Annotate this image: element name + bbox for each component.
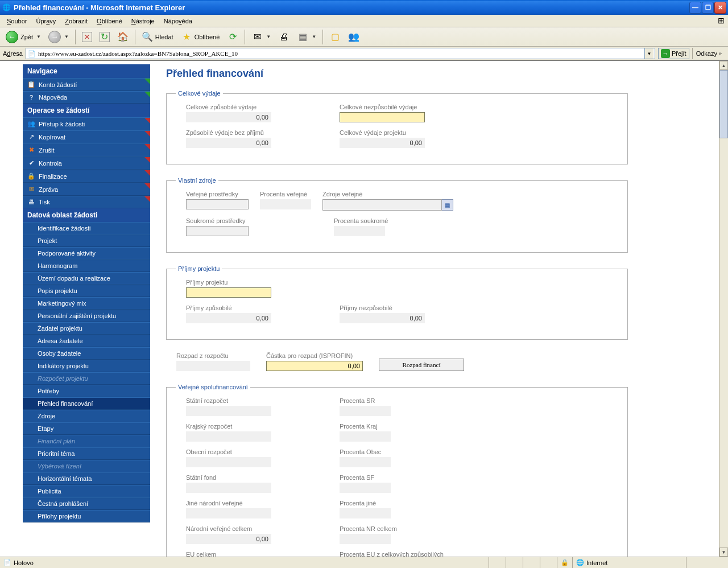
home-button[interactable]: 🏠: [114, 30, 131, 44]
address-dropdown[interactable]: ▼: [644, 48, 653, 59]
restore-button[interactable]: ❐: [702, 2, 714, 14]
ie-icon: 🌐: [2, 3, 11, 12]
menu-napoveda[interactable]: Nápověda: [159, 17, 197, 26]
window-title: Přehled financování - Microsoft Internet…: [14, 3, 689, 12]
menu-zobrazit[interactable]: Zobrazit: [60, 17, 92, 26]
menubar: Soubor Úpravy Zobrazit Oblíbené Nástroje…: [0, 15, 728, 27]
forward-button[interactable]: →▼: [46, 29, 72, 45]
edit-button[interactable]: ▤▼: [294, 30, 319, 44]
history-button[interactable]: ⟳: [224, 30, 241, 44]
address-bar: Adresa 📄 ▼ →Přejít Odkazy»: [0, 47, 728, 60]
favorites-button[interactable]: ★Oblíbené: [178, 30, 223, 44]
links-toolbar[interactable]: Odkazy»: [692, 48, 725, 59]
menu-soubor[interactable]: Soubor: [2, 17, 31, 26]
search-button[interactable]: 🔍Hledat: [139, 30, 176, 44]
toolbar: ←Zpět▼ →▼ ✕ ↻ 🏠 🔍Hledat ★Oblíbené ⟳ ✉▼ 🖨…: [0, 27, 728, 47]
messenger-button[interactable]: 👥: [345, 30, 362, 44]
close-button[interactable]: ✕: [714, 2, 726, 14]
stop-button[interactable]: ✕: [79, 30, 95, 44]
mail-button[interactable]: ✉▼: [249, 30, 274, 44]
folder-button[interactable]: ▢: [326, 30, 344, 44]
menu-nastroje[interactable]: Nástroje: [127, 17, 159, 26]
print-button[interactable]: 🖨: [275, 30, 292, 44]
menu-upravy[interactable]: Úpravy: [31, 17, 60, 26]
page-icon: 📄: [27, 49, 36, 58]
back-button[interactable]: ←Zpět▼: [3, 29, 44, 45]
address-label: Adresa: [3, 50, 23, 57]
windows-flag-icon: ⊞: [718, 16, 725, 25]
window-titlebar: 🌐 Přehled financování - Microsoft Intern…: [0, 0, 728, 15]
address-input-wrap[interactable]: 📄 ▼: [26, 48, 655, 59]
address-input[interactable]: [36, 50, 644, 57]
menu-oblibene[interactable]: Oblíbené: [92, 17, 127, 26]
refresh-button[interactable]: ↻: [97, 30, 113, 44]
minimize-button[interactable]: —: [689, 2, 701, 14]
go-button[interactable]: →Přejít: [658, 48, 689, 59]
